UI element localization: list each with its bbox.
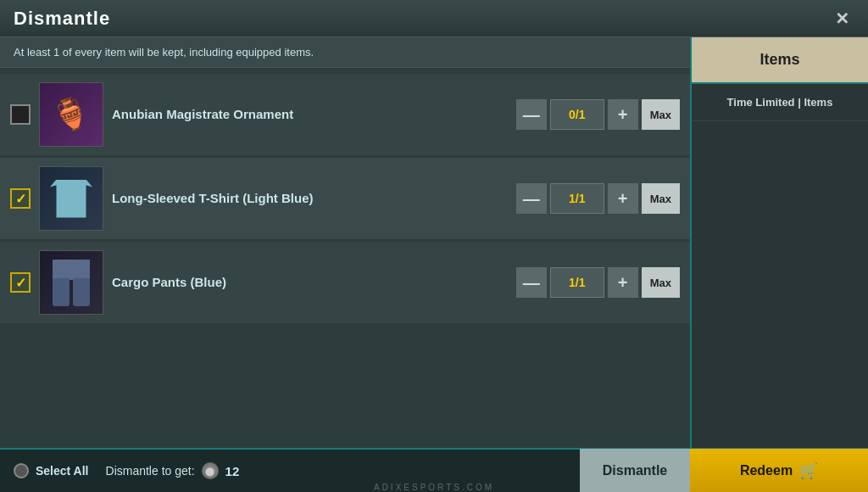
coin-icon: ⬤ [202,462,219,479]
plus-button-tshirt[interactable]: + [608,183,638,214]
dialog-title: Dismantle [14,8,110,30]
pants-icon [53,260,90,306]
item-controls-tshirt: — 1/1 + Max [516,183,680,214]
title-bar: Dismantle ✕ [0,0,868,37]
item-image-shirt [39,166,103,231]
left-panel: At least 1 of every item will be kept, i… [0,37,690,448]
coin-value: 12 [225,464,240,478]
close-button[interactable]: ✕ [829,6,854,31]
item-image-ornament: 🏺 [39,82,103,147]
tab-items[interactable]: Items [692,37,868,84]
items-list: 🏺 Anubian Magistrate Ornament — 0/1 + Ma… [0,68,690,448]
dismantle-button[interactable]: Dismantle [580,449,690,492]
minus-button-pants[interactable]: — [516,267,547,298]
item-name-pants: Cargo Pants (Blue) [112,274,508,291]
plus-button-ornament[interactable]: + [608,99,638,130]
minus-button-ornament[interactable]: — [516,99,547,130]
redeem-button[interactable]: Redeem 🛒 [690,449,868,492]
right-panel: Items Time Limited | Items [690,37,868,448]
item-checkbox-tshirt[interactable]: ✓ [10,188,31,209]
bottom-left: Select All Dismantle to get: ⬤ 12 [0,462,580,479]
dismantle-to-get-label: Dismantle to get: [106,464,195,478]
content-area: At least 1 of every item will be kept, i… [0,37,868,448]
bottom-bar: Select All Dismantle to get: ⬤ 12 Disman… [0,448,868,492]
tab-time-limited[interactable]: Time Limited | Items [692,84,868,121]
select-all-label: Select All [36,464,89,478]
max-button-tshirt[interactable]: Max [642,183,680,214]
item-checkbox-pants[interactable]: ✓ [10,272,31,293]
select-all-circle [14,463,29,478]
item-controls-pants: — 1/1 + Max [516,267,680,298]
quantity-display-tshirt: 1/1 [550,183,604,214]
checkmark-tshirt: ✓ [15,191,26,207]
item-image-pants [39,250,103,315]
quantity-display-pants: 1/1 [550,267,604,298]
info-bar: At least 1 of every item will be kept, i… [0,37,690,68]
shirt-icon [50,180,92,218]
item-controls-ornament: — 0/1 + Max [516,99,680,130]
max-button-pants[interactable]: Max [642,267,680,298]
item-name-ornament: Anubian Magistrate Ornament [112,106,508,123]
cart-icon: 🛒 [799,461,818,480]
item-row: ✓ Cargo Pants (Blue) — 1/1 + [0,242,690,323]
item-name-tshirt: Long-Sleeved T-Shirt (Light Blue) [112,190,508,207]
select-all-area[interactable]: Select All [14,463,89,478]
item-row: ✓ Long-Sleeved T-Shirt (Light Blue) — 1/… [0,158,690,239]
quantity-display-ornament: 0/1 [550,99,604,130]
minus-button-tshirt[interactable]: — [516,183,547,214]
checkmark-pants: ✓ [15,275,26,291]
plus-button-pants[interactable]: + [608,267,638,298]
main-container: Dismantle ✕ At least 1 of every item wil… [0,0,868,492]
dismantle-info: Dismantle to get: ⬤ 12 [106,462,240,479]
item-checkbox-ornament[interactable] [10,104,31,125]
item-row: 🏺 Anubian Magistrate Ornament — 0/1 + Ma… [0,74,690,155]
redeem-label: Redeem [740,463,793,478]
ornament-icon: 🏺 [47,92,96,138]
max-button-ornament[interactable]: Max [642,99,680,130]
